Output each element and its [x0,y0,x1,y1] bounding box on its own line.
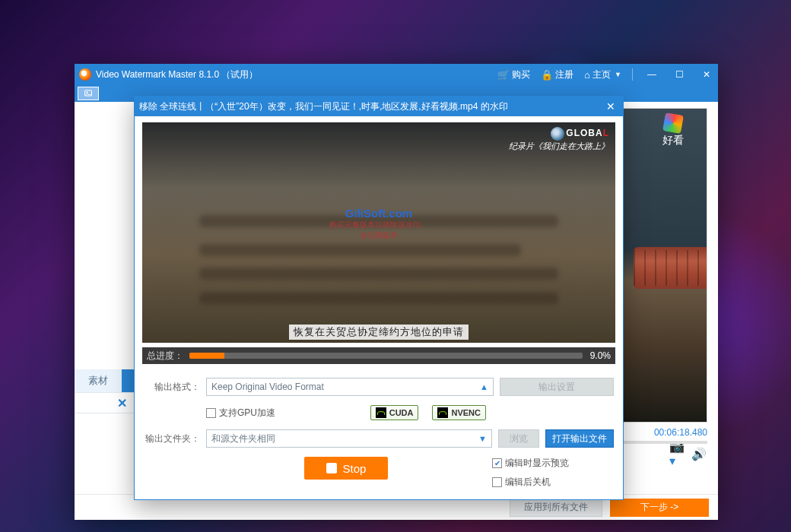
svg-point-1 [87,92,88,93]
dialog-title: 移除 全球连线丨（“入世”20年）改变，我们一同见证！,时事,地区发展,好看视频… [139,100,603,113]
format-combo[interactable]: Keep Original Video Format▲ [206,378,494,396]
subtitle-caption: 恢复在关贸总协定缔约方地位的申请 [289,325,469,340]
app-icon [79,68,91,81]
chevron-down-icon: ▼ [615,71,621,78]
output-settings-button: 输出设置 [500,378,614,396]
folder-label: 输出文件夹： [144,432,200,445]
progress-row: 总进度： 9.0% [142,347,615,364]
next-button[interactable]: 下一步 -> [610,499,709,517]
dialog-preview: GLOBAL 纪录片《我们走在大路上》 GiliSoft.com 购买完整版本以… [142,122,615,343]
nvidia-icon [439,411,446,415]
time-total: 00:06:18.480 [654,427,707,438]
nvenc-badge: NVENC [432,405,486,420]
app-title: Video Watermark Master 8.1.0 （试用） [96,68,497,81]
progress-label: 总进度： [147,350,183,363]
register-button[interactable]: 🔒注册 [541,68,573,81]
maximize-button[interactable]: ☐ [671,66,688,83]
buy-button[interactable]: 🛒购买 [497,68,530,81]
stop-button[interactable]: Stop [304,457,388,480]
stop-icon [326,463,337,473]
minimize-button[interactable]: — [643,66,660,83]
global-watermark: GLOBAL 纪录片《我们走在大路上》 [509,127,609,152]
close-button[interactable]: ✕ [698,66,715,83]
chevron-up-icon: ▲ [480,382,488,391]
shutdown-checkbox[interactable]: 编辑后关机 [492,476,614,489]
preview-checkbox[interactable]: ✔编辑时显示预览 [492,457,614,470]
wood-object [634,247,707,289]
gpu-checkbox[interactable]: 支持GPU加速 [206,407,275,420]
image-icon [84,89,93,98]
format-label: 输出格式： [144,381,200,394]
export-dialog: 移除 全球连线丨（“入世”20年）改变，我们一同见证！,时事,地区发展,好看视频… [134,96,624,500]
nvidia-icon [377,411,385,415]
home-button[interactable]: ⌂主页▼ [584,68,621,81]
snapshot-button[interactable]: 📷▾ [669,447,686,461]
globe-icon [551,127,564,141]
titlebar[interactable]: Video Watermark Master 8.1.0 （试用） 🛒购买 🔒注… [75,64,718,85]
browse-button: 浏览 [498,429,539,448]
tab-material[interactable]: 素材 [75,369,122,392]
home-icon: ⌂ [584,69,590,81]
lock-icon: 🔒 [541,69,553,81]
folder-combo[interactable]: 和源文件夹相同▼ [206,429,492,448]
apply-all-button[interactable]: 应用到所有文件 [510,499,602,517]
haokan-watermark: 好看 [646,113,700,148]
progress-percent: 9.0% [590,350,611,361]
remove-x-icon: ✕ [117,396,127,410]
trial-watermark: GiliSoft.com 购买完整版本以移除该水印。 未注册版本 [329,207,428,241]
chevron-down-icon: ▼ [478,434,487,443]
progress-bar [189,353,583,359]
dialog-close-button[interactable]: ✕ [603,100,618,112]
volume-button[interactable]: 🔊 [691,447,707,461]
open-folder-button[interactable]: 打开输出文件 [545,429,614,448]
haokan-logo-icon [662,112,684,134]
cart-icon: 🛒 [497,69,510,81]
dialog-titlebar[interactable]: 移除 全球连线丨（“入世”20年）改变，我们一同见证！,时事,地区发展,好看视频… [135,97,623,116]
file-thumb[interactable] [78,87,99,100]
cuda-badge: CUDA [370,405,419,420]
